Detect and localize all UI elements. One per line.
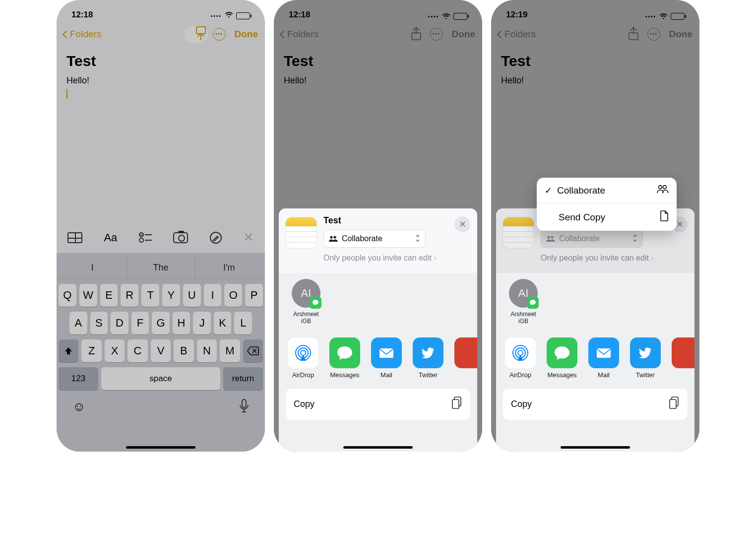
copy-action[interactable]: Copy bbox=[286, 389, 470, 420]
option-send-copy[interactable]: Send Copy bbox=[537, 203, 677, 231]
share-sheet: Test Collaborate Only people you invite … bbox=[279, 208, 477, 452]
collaborate-label: Collaborate bbox=[559, 234, 600, 243]
updown-icon bbox=[632, 234, 637, 244]
copy-icon bbox=[669, 397, 680, 412]
contact-name: ArshmeetiGB bbox=[287, 311, 325, 325]
svg-point-14 bbox=[551, 236, 553, 238]
svg-point-13 bbox=[547, 236, 550, 238]
avatar: AI bbox=[509, 279, 538, 308]
app-more[interactable] bbox=[454, 337, 458, 379]
svg-rect-20 bbox=[670, 400, 676, 408]
messages-badge-icon bbox=[527, 297, 539, 309]
contact-name: ArshmeetiGB bbox=[504, 311, 543, 325]
copy-action[interactable]: Copy bbox=[503, 389, 688, 420]
airdrop-icon bbox=[505, 337, 536, 368]
app-airdrop[interactable]: AirDrop bbox=[288, 337, 318, 379]
collaborate-selector[interactable]: Collaborate bbox=[541, 230, 643, 248]
app-partial-icon bbox=[454, 337, 477, 368]
contacts-row: AI ArshmeetiGB bbox=[496, 273, 694, 325]
svg-point-15 bbox=[518, 350, 523, 355]
collaborate-label: Collaborate bbox=[342, 234, 382, 243]
svg-rect-18 bbox=[597, 348, 611, 358]
chevron-right-icon: › bbox=[651, 254, 653, 262]
svg-point-6 bbox=[333, 236, 336, 238]
share-title: Test bbox=[323, 215, 470, 226]
option-collaborate[interactable]: ✓Collaborate bbox=[537, 178, 677, 203]
copy-icon bbox=[451, 397, 462, 412]
home-indicator[interactable] bbox=[343, 446, 413, 449]
messages-icon bbox=[547, 337, 577, 368]
messages-badge-icon bbox=[310, 297, 321, 309]
mail-icon bbox=[588, 337, 619, 368]
collaborate-selector[interactable]: Collaborate bbox=[323, 230, 426, 248]
contact[interactable]: AI ArshmeetiGB bbox=[504, 279, 543, 325]
svg-point-5 bbox=[330, 236, 332, 238]
actions-list: Copy bbox=[286, 389, 470, 420]
home-indicator[interactable] bbox=[126, 446, 195, 449]
share-mode-popover: ✓Collaborate Send Copy bbox=[537, 178, 677, 231]
twitter-icon bbox=[413, 337, 443, 368]
app-twitter[interactable]: Twitter bbox=[630, 337, 661, 379]
svg-rect-12 bbox=[452, 400, 459, 408]
contacts-row: AI ArshmeetiGB bbox=[279, 273, 477, 325]
app-messages[interactable]: Messages bbox=[547, 337, 577, 379]
twitter-icon bbox=[630, 337, 661, 368]
close-button[interactable]: ✕ bbox=[454, 216, 470, 232]
avatar: AI bbox=[292, 279, 320, 308]
screenshot-3: 12:19 •••• 21 Folders ••• Done Test Hell… bbox=[491, 0, 699, 452]
mail-icon bbox=[371, 337, 402, 368]
actions-list: Copy bbox=[503, 389, 688, 420]
chevron-right-icon: › bbox=[434, 254, 436, 262]
people-icon bbox=[657, 185, 669, 196]
permission-row[interactable]: Only people you invite can edit › bbox=[323, 254, 470, 263]
updown-icon bbox=[415, 234, 420, 244]
screenshot-2: 12:18 •••• 21 Folders ••• Done Test Hell… bbox=[274, 0, 482, 452]
messages-icon bbox=[329, 337, 360, 368]
app-airdrop[interactable]: AirDrop bbox=[505, 337, 536, 379]
app-more[interactable] bbox=[672, 337, 676, 379]
dim-overlay bbox=[57, 0, 265, 452]
contact[interactable]: AI ArshmeetiGB bbox=[287, 279, 325, 325]
svg-rect-10 bbox=[379, 348, 393, 358]
apps-row: AirDrop Messages Mail Twitter bbox=[279, 325, 477, 379]
apps-row: AirDrop Messages Mail Twitter bbox=[496, 325, 694, 379]
home-indicator[interactable] bbox=[561, 446, 630, 449]
app-messages[interactable]: Messages bbox=[329, 337, 360, 379]
app-mail[interactable]: Mail bbox=[371, 337, 402, 379]
app-mail[interactable]: Mail bbox=[588, 337, 619, 379]
airdrop-icon bbox=[288, 337, 318, 368]
people-icon bbox=[546, 235, 555, 243]
svg-point-21 bbox=[659, 186, 662, 189]
svg-point-7 bbox=[301, 350, 306, 355]
app-twitter[interactable]: Twitter bbox=[413, 337, 443, 379]
note-thumbnail-icon bbox=[503, 217, 534, 248]
svg-point-22 bbox=[663, 186, 667, 189]
checkmark-icon: ✓ bbox=[545, 186, 552, 196]
people-icon bbox=[329, 235, 338, 243]
permission-row[interactable]: Only people you invite can edit › bbox=[541, 254, 688, 263]
share-header: Test Collaborate Only people you invite … bbox=[279, 208, 477, 273]
app-partial-icon bbox=[672, 337, 694, 368]
note-thumbnail-icon bbox=[286, 217, 316, 248]
screenshot-1: 12:18 •••• 21 Folders ••• Done Test Hell… bbox=[57, 0, 265, 452]
document-icon bbox=[660, 210, 669, 224]
share-sheet: x Collaborate Only people you invite can… bbox=[496, 208, 694, 452]
